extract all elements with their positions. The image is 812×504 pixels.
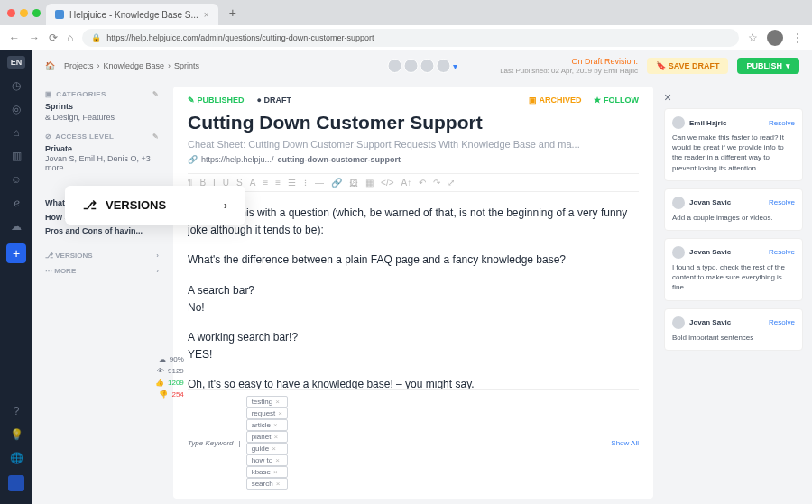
related-item[interactable]: Pros and Cons of havin...	[45, 225, 159, 237]
help-icon[interactable]: ?	[14, 405, 20, 417]
edit-icon[interactable]: ✎	[152, 90, 159, 98]
crumb-kb[interactable]: Knowledge Base	[104, 61, 165, 70]
cloud-icon[interactable]: ☁	[11, 220, 22, 233]
comment-author: Jovan Savic	[689, 198, 731, 206]
crumb-sprints[interactable]: Sprints	[174, 61, 199, 70]
close-tab-icon[interactable]: ×	[204, 10, 209, 20]
world-icon[interactable]: 🌐	[10, 452, 23, 464]
remove-tag-icon[interactable]: ×	[275, 398, 280, 406]
tag[interactable]: planet ×	[246, 431, 288, 443]
tool-icon[interactable]: ↷	[433, 178, 440, 188]
tool-icon[interactable]: ⫶	[303, 178, 308, 188]
target-icon[interactable]: ◎	[12, 103, 21, 115]
avatar	[672, 246, 685, 259]
clock-icon[interactable]: ◷	[12, 79, 21, 92]
publish-button[interactable]: PUBLISH ▾	[737, 58, 799, 74]
add-button[interactable]: +	[6, 243, 26, 263]
tag[interactable]: kbase ×	[246, 466, 288, 478]
crumb-projects[interactable]: Projects	[64, 61, 94, 70]
user-icon[interactable]: ☺	[11, 173, 22, 186]
remove-tag-icon[interactable]: ×	[278, 409, 282, 417]
new-tab-icon[interactable]: +	[229, 5, 236, 20]
tag[interactable]: how to ×	[246, 454, 288, 466]
profile-icon[interactable]	[8, 475, 24, 491]
collaborator-avatars[interactable]: ▾	[388, 59, 457, 73]
bulb-icon[interactable]: 💡	[10, 428, 23, 441]
house-icon[interactable]: ⌂	[13, 126, 19, 139]
article-subtitle[interactable]: Cheat Sheet: Cutting Down Customer Suppo…	[188, 139, 639, 150]
article-title[interactable]: Cutting Down Customer Support	[188, 112, 639, 133]
comment-card[interactable]: Jovan SavicResolveBold important sentenc…	[664, 308, 803, 351]
resolve-button[interactable]: Resolve	[769, 318, 795, 326]
close-window-icon[interactable]	[7, 9, 15, 17]
thumb-down-icon: 👎	[159, 390, 168, 399]
slug-prefix: https://help.helpju.../	[201, 155, 274, 164]
tool-icon[interactable]: 🔗	[331, 178, 342, 188]
profile-avatar[interactable]	[767, 30, 783, 46]
kebab-menu-icon[interactable]: ⋮	[792, 32, 803, 44]
tool-icon[interactable]: ≡	[275, 178, 281, 188]
remove-tag-icon[interactable]: ×	[272, 444, 276, 453]
slug-value[interactable]: cutting-down-customer-support	[278, 155, 401, 164]
language-badge[interactable]: EN	[7, 56, 26, 69]
status-draft[interactable]: ● DRAFT	[257, 96, 291, 105]
resolve-button[interactable]: Resolve	[769, 119, 795, 127]
minimize-window-icon[interactable]	[20, 9, 28, 17]
follow-button[interactable]: ★ FOLLOW	[594, 96, 639, 105]
tool-icon[interactable]: ↶	[419, 178, 426, 188]
tool-icon[interactable]: ▦	[365, 178, 374, 188]
tool-icon[interactable]: ≡	[263, 178, 268, 188]
tool-icon[interactable]: A	[250, 178, 256, 188]
avatar	[672, 316, 685, 329]
globe-icon[interactable]: ℯ	[14, 197, 20, 209]
avatar	[672, 197, 685, 209]
remove-tag-icon[interactable]: ×	[275, 456, 280, 464]
chevron-down-icon[interactable]: ▾	[453, 61, 457, 71]
comment-card[interactable]: Jovan SavicResolveAdd a couple images or…	[664, 188, 803, 231]
forward-icon[interactable]: →	[29, 32, 40, 44]
editor-body[interactable]: Let's start this with a question (which,…	[188, 205, 639, 389]
home-icon[interactable]: ⌂	[67, 32, 73, 44]
edit-icon[interactable]: ✎	[152, 133, 159, 141]
tag[interactable]: search ×	[246, 478, 288, 490]
remove-tag-icon[interactable]: ×	[273, 468, 278, 476]
resolve-button[interactable]: Resolve	[769, 248, 795, 256]
reload-icon[interactable]: ⟳	[49, 32, 58, 44]
tool-icon[interactable]: ⤢	[448, 178, 455, 188]
show-all-tags[interactable]: Show All	[611, 439, 639, 447]
browser-tab[interactable]: Helpjuice - Knowledge Base S... ×	[46, 4, 218, 25]
comments-panel: × Emil HajricResolveCan we make this fas…	[659, 81, 812, 504]
tag[interactable]: article ×	[246, 419, 288, 431]
remove-tag-icon[interactable]: ×	[276, 480, 281, 488]
tag[interactable]: request ×	[246, 408, 288, 419]
tag-input-label[interactable]: Type Keyword	[188, 439, 234, 447]
tool-icon[interactable]: 🖼	[349, 178, 358, 188]
tags-row: Type Keyword | testing ×request ×article…	[188, 389, 639, 490]
close-icon[interactable]: ×	[664, 90, 803, 105]
address-bar[interactable]: 🔒 https://help.helpjuice.com/admin/quest…	[82, 29, 739, 47]
app-frame: EN ◷ ◎ ⌂ ▥ ☺ ℯ ☁ + ? 💡 🌐 🏠 Projects› Kno…	[0, 50, 812, 504]
tool-icon[interactable]: </>	[381, 178, 393, 188]
sidebar-more[interactable]: ⋯ MORE›	[45, 263, 159, 279]
tag[interactable]: testing ×	[246, 396, 288, 408]
tool-icon[interactable]: A↑	[401, 178, 412, 188]
back-icon[interactable]: ←	[9, 32, 20, 44]
tool-icon[interactable]: ☰	[288, 178, 296, 188]
comment-card[interactable]: Jovan SavicResolveI found a typo, check …	[664, 238, 803, 301]
remove-tag-icon[interactable]: ×	[273, 421, 278, 429]
status-archived[interactable]: ▣ ARCHIVED	[529, 96, 581, 105]
sidebar-versions[interactable]: ⎇ VERSIONS›	[45, 248, 159, 263]
chart-icon[interactable]: ▥	[12, 150, 22, 162]
maximize-window-icon[interactable]	[32, 9, 41, 17]
status-published[interactable]: ✎ PUBLISHED	[188, 96, 245, 105]
breadcrumb-home-icon[interactable]: 🏠	[45, 61, 55, 70]
resolve-button[interactable]: Resolve	[769, 198, 795, 206]
tool-icon[interactable]: —	[315, 178, 324, 188]
tag[interactable]: guide ×	[246, 443, 288, 454]
save-draft-button[interactable]: 🔖 SAVE DRAFT	[647, 58, 728, 74]
comment-card[interactable]: Emil HajricResolveCan we make this faste…	[664, 108, 803, 181]
star-icon[interactable]: ☆	[748, 32, 758, 44]
remove-tag-icon[interactable]: ×	[273, 433, 278, 441]
versions-popup[interactable]: ⎇ VERSIONS ›	[65, 186, 245, 225]
categories-head: CATEGORIES	[56, 90, 106, 98]
